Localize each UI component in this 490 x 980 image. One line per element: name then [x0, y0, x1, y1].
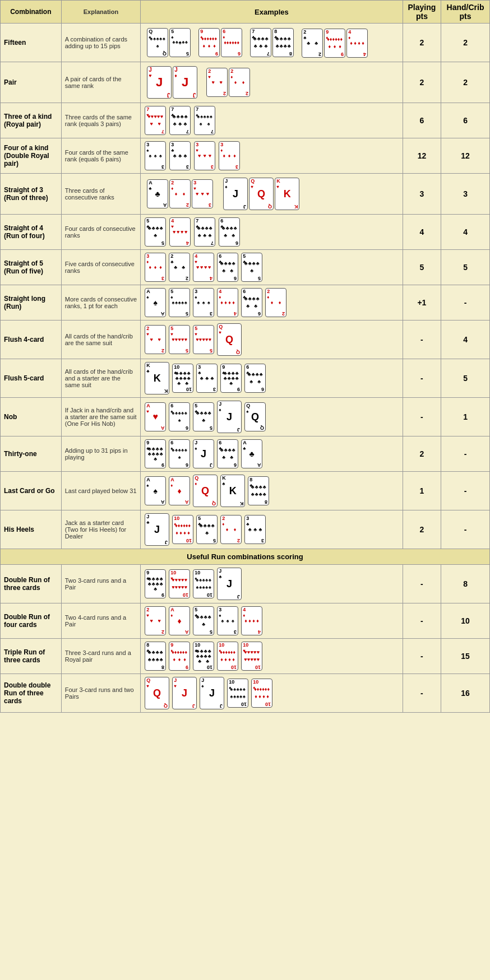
hisheels-name: His Heels: [1, 510, 62, 549]
flush5-explanation: All cards of the hand/crib and a starter…: [61, 359, 140, 398]
nob-examples: A ♥ ♥ A 6 ♠ ♠♠ ♠♠ ♠♠ 6: [141, 398, 403, 436]
thirtyone-playing: 2: [403, 436, 441, 472]
straightlong-playing: +1: [403, 285, 441, 321]
doublerun4-name: Double Run of four cards: [1, 603, 62, 639]
lastcard-playing: 1: [403, 472, 441, 510]
doubledoublerun3-examples: Q ♥ Q Q J ♥ J J J ♠ J J: [141, 674, 403, 713]
flush5-playing: -: [403, 359, 441, 398]
doublerun4-explanation: Two 4-card runs and a Pair: [61, 603, 140, 639]
triplerun3-name: Triple Run of three cards: [1, 639, 62, 674]
straightlong-name: Straight long (Run): [1, 285, 62, 321]
thirtyone-handcrib: -: [441, 436, 490, 472]
row-thirtyone: Thirty-one Adding up to 31 pips in playi…: [1, 436, 490, 472]
straight3-name: Straight of 3 (Run of three): [1, 174, 62, 215]
fifteen-handcrib: 2: [441, 24, 490, 62]
row-flush4: Flush 4-card All cards of the hand/crib …: [1, 321, 490, 359]
flush5-handcrib: 5: [441, 359, 490, 398]
straight4-name: Straight of 4 (Run of four): [1, 215, 62, 250]
col-header-handcrib: Hand/Crib pts: [441, 1, 490, 24]
nob-handcrib: 1: [441, 398, 490, 436]
fifteen-examples: Q ♠ ♠♠ ♠♠ ♠♠ Q 5 ♠: [141, 24, 403, 62]
lastcard-handcrib: -: [441, 472, 490, 510]
straight4-handcrib: 4: [441, 215, 490, 250]
doublerun3-explanation: Two 3-card runs and a Pair: [61, 565, 140, 603]
doubledoublerun3-explanation: Four 3-card runs and two Pairs: [61, 674, 140, 713]
straight5-name: Straight of 5 (Run of five): [1, 250, 62, 285]
straight5-examples: 3 ♦ ♦ ♦ ♦ 3 2 ♣ ♣ ♣: [141, 250, 403, 285]
straight3-explanation: Three cards of consecutive ranks: [61, 174, 140, 215]
row-fifteen: Fifteen A combination of cards adding up…: [1, 24, 490, 62]
fifteen-explanation: A combination of cards adding up to 15 p…: [61, 24, 140, 62]
three-explanation: Three cards of the same rank (equals 3 p…: [61, 103, 140, 138]
hisheels-examples: J ♣ J J 10 ♦ ♦♦ ♦♦ ♦♦ ♦♦ ♦♦: [141, 510, 403, 549]
pair-handcrib: 2: [441, 62, 490, 103]
row-straight-5: Straight of 5 (Run of five) Five cards o…: [1, 250, 490, 285]
straightlong-examples: A ♠ ♠ A 5 ♠ ♠♠ ♠♠♠ 5: [141, 285, 403, 321]
col-header-playing: Playing pts: [403, 1, 441, 24]
row-triple-run-3: Triple Run of three cards Three 3-card r…: [1, 639, 490, 674]
thirtyone-examples: 9 ♣ ♣♣ ♣♣ ♣♣ ♣♣ ♣ 9 6 ♠: [141, 436, 403, 472]
col-header-explanation: Explanation: [61, 1, 140, 24]
hisheels-explanation: Jack as a starter card (Two for His Heel…: [61, 510, 140, 549]
fifteen-name: Fifteen: [1, 24, 62, 62]
straight4-explanation: Four cards of consecutive ranks: [61, 215, 140, 250]
straight3-examples: A ♣ ♣ A 2 ♦ ♦ ♦ 2: [141, 174, 403, 215]
lastcard-explanation: Last card played below 31: [61, 472, 140, 510]
row-double-run-3: Double Run of three cards Two 3-card run…: [1, 565, 490, 603]
flush5-name: Flush 5-card: [1, 359, 62, 398]
flush4-playing: -: [403, 321, 441, 359]
fifteen-playing: 2: [403, 24, 441, 62]
straight4-examples: 5 ♣ ♣♣ ♣♣♣ 5 4 ♥ ♥♥ ♥♥: [141, 215, 403, 250]
pair-playing: 2: [403, 62, 441, 103]
doubledoublerun3-handcrib: 16: [441, 674, 490, 713]
row-doubledouble-run-3: Double double Run of three cards Four 3-…: [1, 674, 490, 713]
triplerun3-handcrib: 15: [441, 639, 490, 674]
lastcard-examples: A ♠ ♠ A A ♦ ♦ A Q ♦ Q Q: [141, 472, 403, 510]
flush5-examples: K ♣ K K 10 ♣ ♣♣ ♣♣ ♣♣ ♣♣ ♣♣: [141, 359, 403, 398]
straight3-handcrib: 3: [441, 174, 490, 215]
row-four-of-a-kind: Four of a kind (Double Royal pair) Four …: [1, 138, 490, 174]
flush4-name: Flush 4-card: [1, 321, 62, 359]
row-straight-long: Straight long (Run) More cards of consec…: [1, 285, 490, 321]
doublerun4-playing: -: [403, 603, 441, 639]
hisheels-playing: 2: [403, 510, 441, 549]
flush4-examples: 2 ♥ ♥ ♥ 2 5 ♥ ♥♥ ♥♥♥: [141, 321, 403, 359]
straight5-playing: 5: [403, 250, 441, 285]
col-header-combination: Combination: [1, 1, 62, 24]
useful-section-title: Useful Run combinations scoring: [1, 549, 490, 565]
row-flush5: Flush 5-card All cards of the hand/crib …: [1, 359, 490, 398]
three-name: Three of a kind (Royal pair): [1, 103, 62, 138]
doubledoublerun3-playing: -: [403, 674, 441, 713]
doublerun3-examples: 9 ♣ ♣♣ ♣♣ ♣♣ ♣♣ ♣ 9 10 ♥: [141, 565, 403, 603]
row-lastcard: Last Card or Go Last card played below 3…: [1, 472, 490, 510]
four-examples: 3 ♠ ♠ ♠ ♠ 3 3 ♣ ♣ ♣: [141, 138, 403, 174]
thirtyone-explanation: Adding up to 31 pips in playing: [61, 436, 140, 472]
hisheels-handcrib: -: [441, 510, 490, 549]
flush4-explanation: All cards of the hand/crib are the same …: [61, 321, 140, 359]
straight5-explanation: Five cards of consecutive ranks: [61, 250, 140, 285]
four-playing: 12: [403, 138, 441, 174]
doublerun3-playing: -: [403, 565, 441, 603]
doublerun4-handcrib: 10: [441, 603, 490, 639]
nob-explanation: If Jack in a hand/crib and a starter are…: [61, 398, 140, 436]
row-three-of-a-kind: Three of a kind (Royal pair) Three cards…: [1, 103, 490, 138]
straight4-playing: 4: [403, 215, 441, 250]
flush4-handcrib: 4: [441, 321, 490, 359]
row-pair: Pair A pair of cards of the same rank J …: [1, 62, 490, 103]
doubledoublerun3-name: Double double Run of three cards: [1, 674, 62, 713]
three-handcrib: 6: [441, 103, 490, 138]
row-straight-4: Straight of 4 (Run of four) Four cards o…: [1, 215, 490, 250]
doublerun3-handcrib: 8: [441, 565, 490, 603]
straightlong-explanation: More cards of consecutive ranks, 1 pt fo…: [61, 285, 140, 321]
straight5-handcrib: 5: [441, 250, 490, 285]
col-header-examples: Examples: [141, 1, 403, 24]
three-playing: 6: [403, 103, 441, 138]
three-examples: 7 ♥ ♥♥ ♥♥ ♥♥ ♥ 7 7 ♣: [141, 103, 403, 138]
lastcard-name: Last Card or Go: [1, 472, 62, 510]
useful-section-header: Useful Run combinations scoring: [1, 549, 490, 565]
doublerun4-examples: 2 ♥ ♥ ♥ 2 A ♦ ♦ A: [141, 603, 403, 639]
pair-explanation: A pair of cards of the same rank: [61, 62, 140, 103]
triplerun3-examples: 8 ♣ ♣♣ ♣♣ ♣♣ ♣♣ 8 9 ♦: [141, 639, 403, 674]
four-name: Four of a kind (Double Royal pair): [1, 138, 62, 174]
triplerun3-playing: -: [403, 639, 441, 674]
